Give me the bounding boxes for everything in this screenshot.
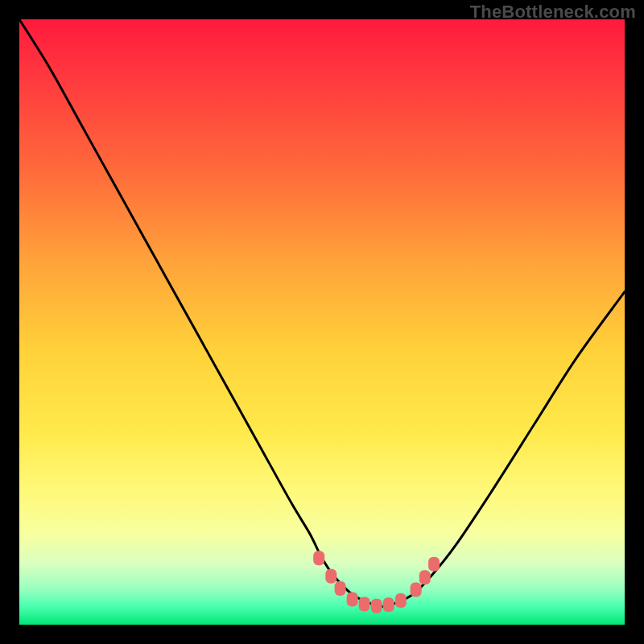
curve-marker xyxy=(325,569,336,584)
curve-marker xyxy=(383,597,394,612)
curve-marker xyxy=(411,582,422,597)
curve-marker xyxy=(419,570,431,584)
chart-frame: TheBottleneck.com xyxy=(0,0,644,644)
chart-svg xyxy=(19,19,625,625)
curve-marker xyxy=(428,557,440,572)
curve-markers xyxy=(313,551,440,613)
branding-watermark: TheBottleneck.com xyxy=(470,2,636,23)
bottleneck-curve xyxy=(19,19,625,606)
curve-marker xyxy=(359,597,370,611)
curve-marker xyxy=(347,592,358,606)
curve-marker xyxy=(371,599,382,613)
curve-marker xyxy=(313,551,324,565)
curve-marker xyxy=(395,593,407,608)
curve-marker xyxy=(335,581,346,596)
